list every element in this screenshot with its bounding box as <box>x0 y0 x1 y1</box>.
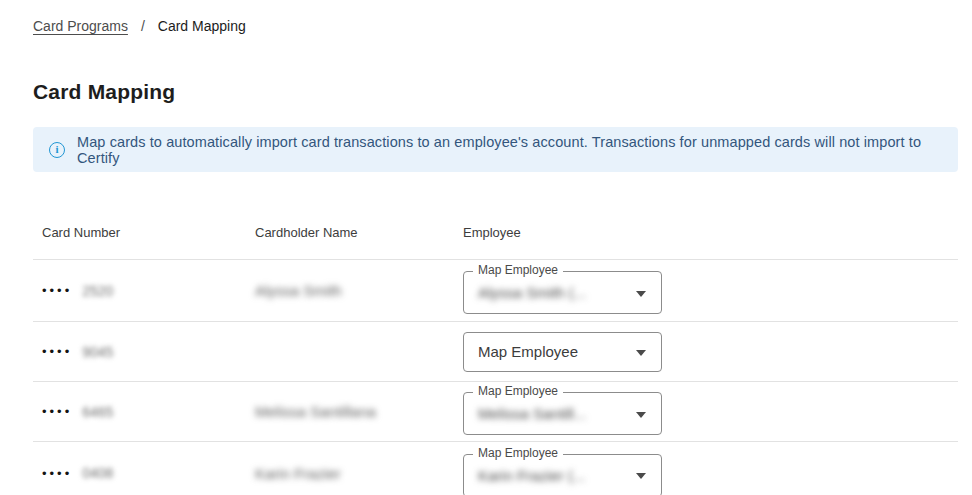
card-number-mask: •••• <box>42 466 72 481</box>
caret-down-icon <box>636 350 646 356</box>
employee-dropdown[interactable]: Map Employee Karin Frazier (... <box>463 454 662 495</box>
info-icon: i <box>49 142 65 158</box>
card-number-cell: •••• 2520 <box>42 283 255 299</box>
card-number-last4: 9045 <box>82 344 113 360</box>
breadcrumb: Card Programs / Card Mapping <box>33 0 958 34</box>
employee-dropdown[interactable]: Map Employee Alyssa Smith (... <box>463 271 662 314</box>
card-number-mask: •••• <box>42 283 72 298</box>
employee-dropdown-value: Map Employee <box>478 333 625 371</box>
card-number-last4: 0408 <box>82 465 113 481</box>
table-row: •••• 6465 Melissa Santillana Map Employe… <box>33 382 958 442</box>
page-title: Card Mapping <box>33 80 958 104</box>
caret-down-icon <box>636 412 646 418</box>
info-banner: i Map cards to automatically import card… <box>33 127 958 172</box>
breadcrumb-current: Card Mapping <box>158 18 246 34</box>
caret-down-icon <box>636 291 646 297</box>
header-employee: Employee <box>463 225 958 240</box>
card-number-cell: •••• 9045 <box>42 344 255 360</box>
table-header: Card Number Cardholder Name Employee <box>33 172 958 260</box>
employee-dropdown[interactable]: Map Employee Melissa Santill... <box>463 392 662 435</box>
employee-dropdown-value: Melissa Santill... <box>478 393 625 434</box>
cardholder-name: Karin Frazier <box>255 465 463 482</box>
card-number-cell: •••• 0408 <box>42 465 255 481</box>
employee-dropdown[interactable]: Map Employee <box>463 332 662 372</box>
breadcrumb-link-card-programs[interactable]: Card Programs <box>33 18 128 34</box>
cardholder-name: Melissa Santillana <box>255 403 463 420</box>
table-row: •••• 9045 Map Employee <box>33 322 958 382</box>
card-number-last4: 6465 <box>82 404 113 420</box>
card-number-last4: 2520 <box>82 283 113 299</box>
card-number-mask: •••• <box>42 344 72 359</box>
employee-dropdown-value: Alyssa Smith (... <box>478 272 625 313</box>
breadcrumb-separator: / <box>141 18 145 34</box>
table-row: •••• 0408 Karin Frazier Map Employee Kar… <box>33 442 958 495</box>
card-number-mask: •••• <box>42 404 72 419</box>
card-number-cell: •••• 6465 <box>42 404 255 420</box>
cardholder-name: Alyssa Smith <box>255 282 463 299</box>
caret-down-icon <box>636 473 646 479</box>
info-banner-text: Map cards to automatically import card t… <box>77 134 942 166</box>
header-card-number: Card Number <box>42 225 255 240</box>
table-row: •••• 2520 Alyssa Smith Map Employee Alys… <box>33 260 958 322</box>
page-content: Card Programs / Card Mapping Card Mappin… <box>33 0 958 495</box>
header-cardholder-name: Cardholder Name <box>255 225 463 240</box>
employee-dropdown-value: Karin Frazier (... <box>478 455 625 495</box>
